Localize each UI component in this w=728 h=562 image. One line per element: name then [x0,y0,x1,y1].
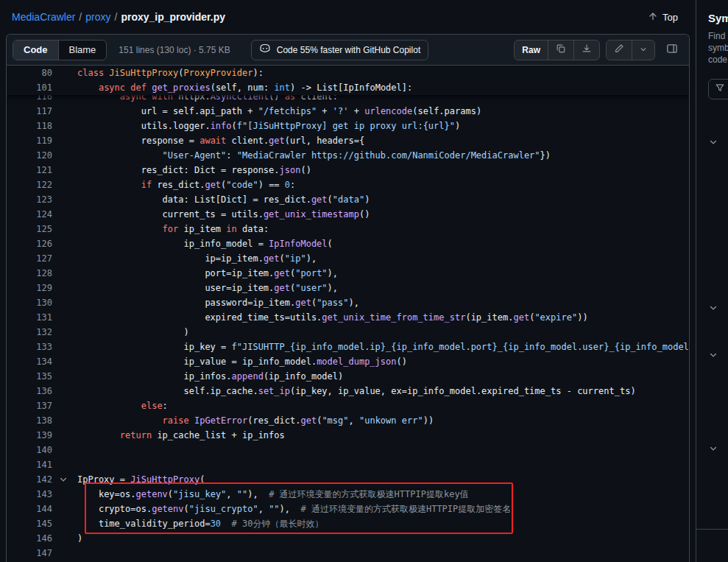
breadcrumb: MediaCrawler / proxy / proxy_ip_provider… [12,11,225,23]
line-number[interactable]: 146 [7,531,52,546]
code-line-118: 118 utils.logger.info(f"[JiSuHttpProxy] … [7,119,689,133]
fold-gutter [52,236,77,251]
line-number[interactable]: 132 [7,325,52,340]
line-number[interactable]: 117 [7,104,52,119]
symbols-panel-title: Symbols [708,12,728,24]
breadcrumb-folder-link[interactable]: proxy [85,11,110,23]
line-number[interactable]: 128 [7,266,52,281]
line-number[interactable]: 135 [7,369,52,384]
tab-code[interactable]: Code [13,41,59,60]
line-number[interactable]: 143 [7,487,52,502]
code-text: user=ip_item.get("user"), [77,281,338,295]
breadcrumb-repo-link[interactable]: MediaCrawler [12,11,75,23]
code-text: for ip_item in data: [77,222,269,236]
line-number[interactable]: 139 [7,428,52,443]
line-number[interactable]: 129 [7,281,52,295]
fold-gutter [52,325,77,340]
arrow-up-icon [648,11,658,24]
line-number[interactable]: 147 [7,546,52,561]
symbols-filter-box [708,79,728,99]
raw-actions-group: Raw [514,40,600,60]
line-number[interactable]: 80 [7,66,52,80]
line-number[interactable]: 118 [7,119,52,133]
download-button[interactable] [573,41,599,60]
symbol-tree-chevron-icon[interactable] [708,137,718,147]
line-number[interactable]: 125 [7,222,52,236]
line-number[interactable]: 136 [7,384,52,398]
line-number[interactable]: 134 [7,354,52,369]
line-number[interactable]: 141 [7,457,52,472]
code-text: data: List[Dict] = res_dict.get("data") [77,192,370,207]
edit-dropdown-button[interactable] [632,41,654,60]
file-view-main: MediaCrawler / proxy / proxy_ip_provider… [0,0,696,562]
code-text: expired_time_ts=utils.get_unix_time_from… [77,310,588,325]
line-number[interactable]: 124 [7,207,52,222]
code-text: ip_info_model = IpInfoModel( [77,236,333,251]
fold-gutter [52,531,77,546]
line-number[interactable]: 119 [7,133,52,148]
line-number[interactable]: 120 [7,148,52,163]
fold-gutter [52,207,77,222]
line-number[interactable]: 144 [7,502,52,516]
code-text: port=ip_item.get("port"), [77,266,338,281]
tab-blame[interactable]: Blame [59,41,107,60]
download-icon [582,43,592,56]
raw-button[interactable]: Raw [515,41,548,60]
code-text: ip_key = f"JISUHTTP_{ip_info_model.ip}_{… [77,340,689,354]
back-to-top-button[interactable]: Top [642,8,684,27]
fold-gutter [52,413,77,428]
line-number[interactable]: 145 [7,516,52,531]
line-number[interactable]: 127 [7,251,52,266]
code-line-136: 136 self.ip_cache.set_ip(ip_key, ip_valu… [7,384,689,398]
code-line-131: 131 expired_time_ts=utils.get_unix_time_… [7,310,689,325]
code-line-134: 134 ip_value = ip_info_model.model_dump_… [7,354,689,369]
symbols-panel-toggle-button[interactable] [661,40,683,60]
code-line-101: 101 async def get_proxies(self, num: int… [7,80,689,95]
symbols-panel-divider [696,529,728,530]
code-blame-switch: Code Blame [13,40,107,60]
symbols-panel-icon [666,43,678,57]
copilot-banner[interactable]: Code 55% faster with GitHub Copilot [251,40,428,60]
code-text: return ip_cache_list + ip_infos [77,428,285,443]
fold-gutter [52,266,77,281]
code-line-122: 122 if res_dict.get("code") == 0: [7,178,689,192]
code-line-135: 135 ip_infos.append(ip_info_model) [7,369,689,384]
code-line-144: 144 crypto=os.getenv("jisu_crypto", ""),… [7,502,689,516]
line-number[interactable]: 130 [7,295,52,310]
line-number[interactable]: 101 [7,80,52,95]
line-number[interactable]: 140 [7,443,52,457]
fold-gutter [52,398,77,413]
line-number[interactable]: 133 [7,340,52,354]
code-text: else: [77,398,168,413]
copilot-icon [259,43,271,57]
code-line-133: 133 ip_key = f"JISUHTTP_{ip_info_model.i… [7,340,689,354]
line-number[interactable]: 122 [7,178,52,192]
symbol-tree-chevron-icon[interactable] [708,443,718,454]
line-number[interactable]: 126 [7,236,52,251]
code-line-121: 121 res_dict: Dict = response.json() [7,163,689,178]
code-line-145: 145 time_validity_period=30 # 30分钟（最长时效） [7,516,689,531]
copy-raw-button[interactable] [548,41,573,60]
line-number[interactable]: 142 [7,472,52,487]
line-number[interactable]: 121 [7,163,52,178]
symbol-tree-chevron-icon[interactable] [708,350,718,360]
code-line-146: 146) [7,531,689,546]
symbol-tree-chevron-icon[interactable] [708,303,718,313]
fold-gutter [52,428,77,443]
fold-gutter [52,66,77,80]
line-number[interactable]: 137 [7,398,52,413]
line-number[interactable]: 131 [7,310,52,325]
code-text: url = self.api_path + "/fetchips" + '?' … [77,104,481,119]
fold-gutter [52,310,77,325]
line-number[interactable]: 138 [7,413,52,428]
edit-file-button[interactable] [607,41,632,60]
sticky-lines: 80class JiSuHttpProxy(ProxyProvider):101… [7,66,689,95]
copy-icon [556,43,566,56]
edit-actions-group [606,40,655,60]
code-text: self.ip_cache.set_ip(ip_key, ip_value, e… [77,384,636,398]
fold-gutter [52,148,77,163]
line-number[interactable]: 123 [7,192,52,207]
code-fold-chevron-icon[interactable] [52,472,77,487]
fold-gutter [52,457,77,472]
code-line-127: 127 ip=ip_item.get("ip"), [7,251,689,266]
